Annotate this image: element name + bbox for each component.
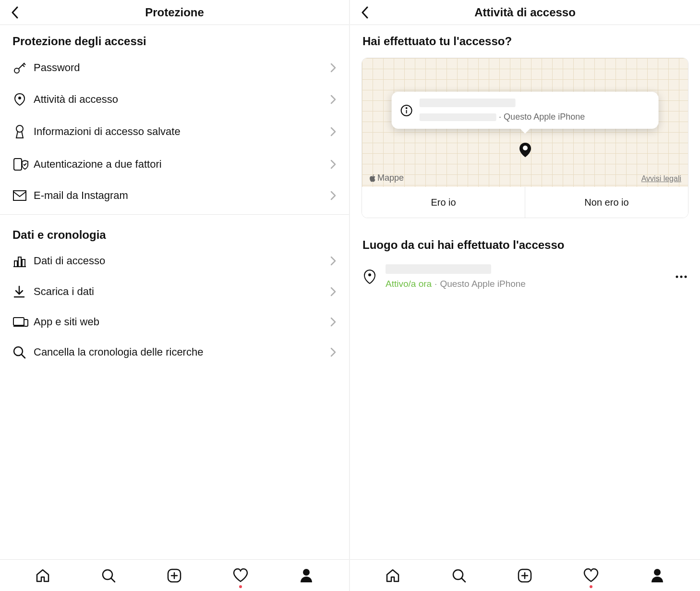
header: Attività di accesso — [350, 0, 700, 25]
chevron-left-icon — [11, 6, 20, 19]
protection-screen: Protezione Protezione degli accessi Pass… — [0, 0, 350, 591]
plus-square-icon — [517, 568, 532, 583]
svg-rect-11 — [22, 259, 25, 267]
map-pin-icon — [362, 269, 386, 285]
tab-profile[interactable] — [295, 564, 318, 587]
tab-create[interactable] — [513, 564, 536, 587]
devices-icon — [12, 316, 34, 328]
map-area: · Questo Apple iPhone Mappe Avvisi legal… — [362, 58, 688, 187]
svg-point-30 — [676, 276, 678, 278]
chevron-right-icon — [330, 94, 337, 105]
tab-create[interactable] — [163, 564, 186, 587]
map-actions: Ero io Non ero io — [362, 187, 688, 218]
row-login-activity[interactable]: Attività di accesso — [0, 84, 349, 115]
device-text: Questo Apple iPhone — [440, 279, 526, 289]
svg-point-33 — [453, 570, 463, 579]
redacted-location — [419, 98, 515, 107]
tabbar — [0, 559, 349, 591]
map-card: · Questo Apple iPhone Mappe Avvisi legal… — [362, 58, 688, 218]
redacted-location — [386, 264, 491, 274]
svg-line-2 — [23, 65, 24, 67]
popup-text: · Questo Apple iPhone — [419, 98, 650, 122]
section-title-data-history: Dati e cronologia — [0, 219, 349, 246]
row-clear-search-history[interactable]: Cancella la cronologia delle ricerche — [0, 337, 349, 368]
tab-home[interactable] — [31, 564, 54, 587]
row-saved-login-info[interactable]: Informazioni di accesso salvate — [0, 115, 349, 148]
chevron-right-icon — [330, 126, 337, 137]
svg-rect-14 — [13, 318, 24, 325]
popup-device: · Questo Apple iPhone — [499, 112, 585, 122]
more-options-button[interactable] — [675, 275, 688, 279]
chevron-right-icon — [330, 256, 337, 266]
tab-activity[interactable] — [579, 564, 603, 587]
row-two-factor[interactable]: Autenticazione a due fattori — [0, 148, 349, 181]
tab-profile[interactable] — [646, 564, 669, 587]
row-label: Dati di accesso — [34, 255, 330, 267]
locations-title: Luogo da cui hai effettuato l'accesso — [350, 229, 700, 256]
tab-search[interactable] — [447, 564, 471, 587]
tab-search[interactable] — [97, 564, 120, 587]
content: Hai effettuato tu l'accesso? · Questo Ap… — [350, 25, 700, 559]
this-was-not-me-button[interactable]: Non ero io — [525, 187, 688, 218]
profile-icon — [299, 568, 314, 583]
row-label: Attività di accesso — [34, 93, 330, 106]
tab-activity[interactable] — [229, 564, 252, 587]
svg-point-26 — [406, 108, 407, 109]
chevron-right-icon — [330, 286, 337, 297]
map-popup[interactable]: · Questo Apple iPhone — [391, 92, 659, 129]
row-apps-websites[interactable]: App e siti web — [0, 307, 349, 337]
map-pin-icon — [12, 92, 34, 107]
separator: · — [434, 279, 437, 289]
svg-point-29 — [369, 274, 371, 276]
svg-point-31 — [680, 276, 683, 278]
shield-phone-icon — [12, 157, 34, 172]
svg-point-38 — [654, 569, 661, 576]
content: Protezione degli accessi Password Attivi… — [0, 25, 349, 559]
row-label: Cancella la cronologia delle ricerche — [34, 346, 330, 358]
svg-line-34 — [462, 579, 465, 582]
page-title: Protezione — [145, 6, 204, 19]
tab-home[interactable] — [381, 564, 404, 587]
chevron-right-icon — [330, 62, 337, 73]
download-icon — [12, 285, 34, 298]
notification-dot — [590, 585, 592, 588]
chevron-right-icon — [330, 347, 337, 357]
row-password[interactable]: Password — [0, 52, 349, 84]
back-button[interactable] — [11, 6, 20, 19]
row-download-data[interactable]: Scarica i dati — [0, 276, 349, 307]
profile-icon — [650, 568, 664, 583]
tabbar — [350, 559, 700, 591]
chevron-left-icon — [361, 6, 370, 19]
svg-rect-9 — [14, 261, 17, 267]
login-activity-screen: Attività di accesso Hai effettuato tu l'… — [350, 0, 700, 591]
svg-point-28 — [523, 146, 528, 150]
dots-horizontal-icon — [675, 275, 688, 279]
svg-line-18 — [22, 355, 25, 358]
svg-rect-7 — [13, 191, 26, 200]
section-title-login-security: Protezione degli accessi — [0, 25, 349, 52]
chart-icon — [12, 254, 34, 268]
divider — [0, 214, 349, 215]
row-label: App e siti web — [34, 316, 330, 328]
row-emails[interactable]: E-mail da Instagram — [0, 181, 349, 210]
back-button[interactable] — [361, 6, 370, 19]
page-title: Attività di accesso — [474, 6, 576, 19]
row-access-data[interactable]: Dati di accesso — [0, 246, 349, 276]
apple-logo-icon — [369, 174, 376, 183]
status-active: Attivo/a ora — [386, 279, 432, 289]
login-location-row[interactable]: Attivo/a ora · Questo Apple iPhone — [350, 256, 700, 298]
this-was-me-button[interactable]: Ero io — [362, 187, 525, 218]
login-row-body: Attivo/a ora · Questo Apple iPhone — [386, 264, 675, 289]
notification-dot — [239, 585, 242, 588]
heart-icon — [583, 568, 599, 583]
map-legal-link[interactable]: Avvisi legali — [641, 174, 681, 183]
map-brand: Mappe — [369, 173, 404, 183]
keyhole-icon — [12, 124, 34, 139]
search-icon — [451, 568, 467, 583]
svg-rect-6 — [14, 159, 22, 170]
redacted-detail — [419, 113, 496, 121]
key-icon — [12, 61, 34, 75]
header: Protezione — [0, 0, 349, 25]
svg-rect-16 — [24, 320, 28, 326]
row-label: Informazioni di accesso salvate — [34, 125, 330, 138]
